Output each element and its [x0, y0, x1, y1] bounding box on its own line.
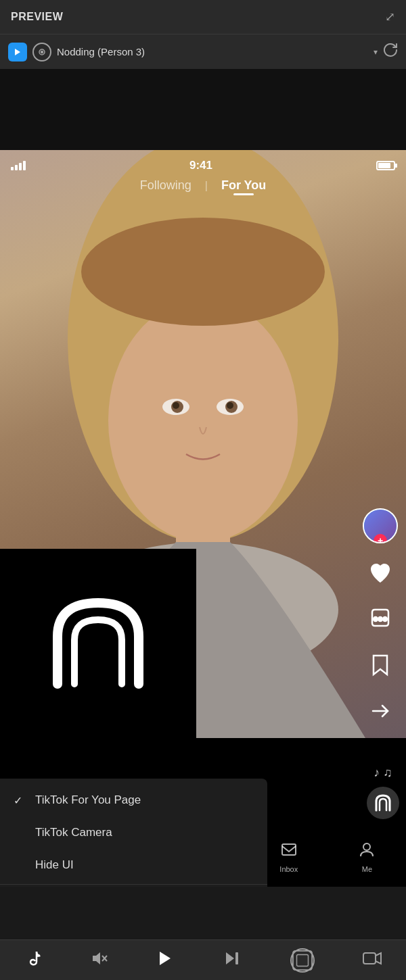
svg-rect-26: [235, 952, 238, 964]
svg-marker-21: [93, 952, 100, 964]
title-bar-left: PREVIEW: [11, 11, 63, 23]
battery-icon: [376, 161, 395, 170]
svg-point-2: [41, 51, 43, 53]
dropdown-menu: ✓ TikTok For You Page ✓ TikTok Camera ✓ …: [0, 779, 267, 887]
inbox-icon: [280, 841, 298, 862]
svg-point-15: [378, 617, 382, 621]
comment-icon: [364, 603, 397, 635]
menu-item-tiktok-camera[interactable]: ✓ TikTok Camera: [0, 816, 267, 849]
title-bar: PREVIEW ⤢: [0, 0, 406, 34]
signal-bar-1: [11, 167, 14, 170]
tiktok-app-icon[interactable]: [24, 950, 42, 971]
play-button[interactable]: [156, 949, 175, 972]
svg-point-20: [363, 843, 370, 850]
menu-label-tiktok-foryou: TikTok For You Page: [35, 793, 141, 807]
menu-divider: [0, 884, 267, 885]
music-note-icon: ♪ ♫: [374, 766, 392, 780]
me-label: Me: [362, 865, 372, 873]
target-icon[interactable]: [290, 948, 315, 973]
signal-bar-4: [23, 161, 26, 170]
svg-point-12: [227, 402, 233, 409]
spacer: [0, 69, 406, 150]
tab-foryou[interactable]: For You: [221, 178, 266, 192]
signal-bar-2: [15, 165, 18, 170]
menu-label-tiktok-camera: TikTok Camera: [35, 826, 112, 839]
svg-marker-25: [226, 952, 234, 964]
signal-bar-3: [19, 163, 22, 170]
black-overlay: [0, 549, 196, 738]
bottom-toolbar: [0, 939, 406, 980]
music-area: ♪ ♫: [367, 766, 399, 819]
svg-point-14: [374, 617, 378, 621]
svg-point-4: [108, 299, 298, 542]
menu-item-hide-ui[interactable]: ✓ Hide UI: [0, 849, 267, 881]
creator-avatar-btn[interactable]: +: [363, 508, 398, 543]
battery-indicator: [376, 161, 395, 170]
nav-inbox[interactable]: Inbox: [279, 841, 298, 873]
status-time: 9:41: [189, 159, 212, 172]
device-icon-play: [8, 43, 27, 62]
expand-icon[interactable]: ⤢: [385, 9, 395, 24]
menu-label-hide-ui: Hide UI: [35, 858, 74, 872]
svg-marker-0: [15, 49, 20, 55]
me-icon: [358, 841, 376, 862]
arch-small-icon: [367, 787, 399, 819]
device-icon-camera: [32, 43, 51, 62]
svg-point-13: [81, 218, 325, 326]
comment-button[interactable]: [364, 603, 397, 635]
chevron-down-icon: ▾: [374, 47, 378, 57]
checkmark-tiktok-foryou: ✓: [14, 794, 27, 807]
skip-forward-icon[interactable]: [223, 949, 242, 972]
status-bar: 9:41: [0, 150, 406, 176]
arch-logo: [44, 589, 152, 697]
like-button[interactable]: [364, 557, 397, 589]
bookmark-icon: [364, 649, 397, 681]
tab-foryou-wrapper: For You: [221, 178, 266, 193]
svg-rect-29: [363, 953, 376, 964]
share-button[interactable]: [364, 695, 397, 727]
avatar: +: [363, 508, 398, 543]
svg-marker-24: [160, 952, 171, 965]
menu-item-tiktok-foryou[interactable]: ✓ TikTok For You Page: [0, 784, 267, 816]
signal-bars: [11, 161, 26, 170]
refresh-icon[interactable]: [383, 43, 398, 61]
sound-off-icon[interactable]: [90, 950, 108, 971]
share-icon: [364, 695, 397, 727]
bookmark-button[interactable]: [364, 649, 397, 681]
nav-me[interactable]: Me: [358, 841, 376, 873]
svg-point-11: [173, 402, 179, 409]
avatar-plus-icon: +: [374, 534, 387, 543]
svg-rect-27: [293, 950, 312, 969]
device-selector[interactable]: Nodding (Person 3) ▾: [57, 46, 378, 57]
tab-following[interactable]: Following: [140, 178, 191, 193]
phone-screen: 9:41 Following | For You +: [0, 150, 406, 887]
right-actions: +: [363, 508, 398, 727]
heart-icon: [364, 557, 397, 589]
svg-rect-28: [296, 954, 308, 966]
svg-rect-19: [282, 844, 296, 855]
battery-fill: [378, 163, 390, 168]
svg-point-16: [383, 617, 387, 621]
tiktok-tabs: Following | For You: [0, 178, 406, 193]
tab-divider: |: [205, 180, 208, 192]
app-title: PREVIEW: [11, 11, 63, 23]
inbox-label: Inbox: [279, 865, 298, 873]
tab-foryou-underline: [233, 193, 254, 195]
device-name: Nodding (Person 3): [57, 46, 371, 57]
device-bar: Nodding (Person 3) ▾: [0, 34, 406, 69]
video-camera-icon[interactable]: [363, 950, 382, 971]
